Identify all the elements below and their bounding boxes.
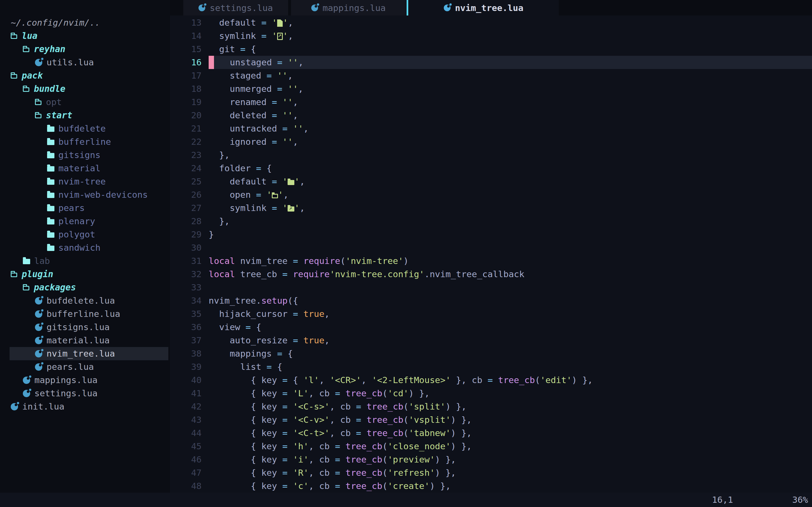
code-line-42[interactable]: 42 { key = '<C-s>', cb = tree_cb('split'… (170, 400, 812, 413)
tree-item-reyhan[interactable]: reyhan (0, 43, 170, 56)
tree-item-start[interactable]: start (0, 109, 170, 122)
code-line-46[interactable]: 46 { key = 'i', cb = tree_cb('preview') … (170, 453, 812, 466)
tree-item-sandwich[interactable]: sandwich (0, 241, 170, 255)
code-line-18[interactable]: 18 unmerged = '', (170, 82, 812, 96)
token-op: = (335, 454, 345, 464)
tree-item-bufdelete[interactable]: bufdelete (0, 122, 170, 135)
tree-item-material[interactable]: material (0, 162, 170, 175)
token-str: 'tabnew' (409, 428, 451, 438)
code-line-36[interactable]: 36 view = { (170, 321, 812, 334)
tree-item-utils.lua[interactable]: utils.lua (0, 56, 170, 69)
tree-item-bufferline.lua[interactable]: bufferline.lua (0, 307, 170, 321)
tree-item-plenary[interactable]: plenary (0, 215, 170, 228)
tree-item-nvim-tree[interactable]: nvim-tree (0, 175, 170, 188)
token-id: staged (209, 70, 266, 80)
tree-item-bufdelete.lua[interactable]: bufdelete.lua (0, 294, 170, 307)
tree-item-polygot[interactable]: polygot (0, 228, 170, 241)
tab-settings.lua[interactable]: settings.lua (183, 0, 288, 15)
code-line-13[interactable]: 13 default = '', (170, 16, 812, 29)
code-line-26[interactable]: 26 open = '', (170, 188, 812, 202)
code-line-41[interactable]: 41 { key = 'L', cb = tree_cb('cd') }, (170, 387, 812, 400)
code-line-31[interactable]: 31local nvim_tree = require('nvim-tree') (170, 255, 812, 268)
tree-item-lua[interactable]: lua (0, 29, 170, 43)
code-line-29[interactable]: 29} (170, 228, 812, 241)
editor-buffer[interactable]: 13 default = '',14 symlink = '',15 git =… (170, 15, 812, 493)
tab-mappings.lua[interactable]: mappings.lua (291, 0, 406, 15)
token-bool: true (303, 335, 324, 345)
code-line-16[interactable]: 16 unstaged = '', (170, 56, 812, 69)
token-pun: , (319, 375, 329, 385)
token-pun: ) }, (435, 467, 456, 478)
line-number: 26 (170, 188, 209, 202)
code-line-25[interactable]: 25 default = '', (170, 175, 812, 188)
token-pun: ({ (288, 295, 298, 305)
code-line-19[interactable]: 19 renamed = '', (170, 96, 812, 109)
code-line-39[interactable]: 39 list = { (170, 360, 812, 374)
code-line-35[interactable]: 35 hijack_cursor = true, (170, 307, 812, 321)
code-line-45[interactable]: 45 { key = 'h', cb = tree_cb('close_node… (170, 440, 812, 453)
tree-item-settings.lua[interactable]: settings.lua (0, 387, 170, 400)
code-line-15[interactable]: 15 git = { (170, 43, 812, 56)
closed-folder-icon (23, 259, 30, 264)
token-op: = (240, 44, 251, 54)
tab-nvim_tree.lua[interactable]: nvim_tree.lua (407, 0, 559, 15)
code-line-27[interactable]: 27 symlink = '', (170, 202, 812, 215)
code-line-33[interactable]: 33 (170, 281, 812, 294)
code-line-21[interactable]: 21 untracked = '', (170, 122, 812, 135)
tree-item-bufferline[interactable]: bufferline (0, 135, 170, 149)
tree-items: luareyhanutils.luapackbundleoptstartbufd… (0, 29, 170, 413)
token-pun: ( (382, 388, 388, 398)
code-line-20[interactable]: 20 deleted = '', (170, 109, 812, 122)
token-op: = (282, 481, 293, 491)
tree-item-label: gitsigns.lua (47, 321, 110, 334)
closed-folder-icon (47, 219, 54, 224)
code-line-37[interactable]: 37 auto_resize = true, (170, 334, 812, 347)
code-text: default = '', (209, 175, 812, 188)
code-text: renamed = '', (209, 96, 812, 109)
tree-item-plugin[interactable]: plugin (0, 268, 170, 281)
tree-item-opt[interactable]: opt (0, 96, 170, 109)
tree-item-label: plenary (58, 215, 95, 228)
code-line-34[interactable]: 34nvim_tree.setup({ (170, 294, 812, 307)
tree-item-pack[interactable]: pack (0, 69, 170, 82)
code-line-14[interactable]: 14 symlink = '', (170, 29, 812, 43)
code-line-32[interactable]: 32local tree_cb = require'nvim-tree.conf… (170, 268, 812, 281)
tree-item-label: mappings.lua (35, 374, 98, 387)
code-line-23[interactable]: 23 }, (170, 149, 812, 162)
token-op: = (356, 414, 366, 425)
token-op: = (293, 335, 303, 345)
code-line-28[interactable]: 28 }, (170, 215, 812, 228)
code-line-43[interactable]: 43 { key = '<C-v>', cb = tree_cb('vsplit… (170, 413, 812, 427)
cursor-position: 16,1 (712, 493, 733, 507)
tree-item-gitsigns.lua[interactable]: gitsigns.lua (0, 321, 170, 334)
tree-root-path[interactable]: ~/.config/nvim/.. (0, 16, 170, 29)
code-line-38[interactable]: 38 mappings = { (170, 347, 812, 360)
tree-item-nvim-web-devicons[interactable]: nvim-web-devicons (0, 188, 170, 202)
token-pun: ) }, (572, 375, 593, 385)
tree-item-init.lua[interactable]: init.lua (0, 400, 170, 413)
code-line-40[interactable]: 40 { key = { 'l', '<CR>', '<2-LeftMouse>… (170, 374, 812, 387)
tree-item-pears[interactable]: pears (0, 202, 170, 215)
token-pun: , (309, 467, 319, 478)
code-line-22[interactable]: 22 ignored = '', (170, 135, 812, 149)
tree-item-pears.lua[interactable]: pears.lua (0, 360, 170, 374)
token-pun: { (266, 163, 272, 173)
tree-item-packages[interactable]: packages (0, 281, 170, 294)
line-number: 47 (170, 466, 209, 480)
token-fn: tree_cb (345, 481, 382, 491)
code-line-30[interactable]: 30 (170, 241, 812, 255)
cursor (209, 56, 214, 69)
tree-item-bundle[interactable]: bundle (0, 82, 170, 96)
code-line-48[interactable]: 48 { key = 'c', cb = tree_cb('create') }… (170, 480, 812, 493)
code-line-17[interactable]: 17 staged = '', (170, 69, 812, 82)
tree-item-gitsigns[interactable]: gitsigns (0, 149, 170, 162)
code-line-44[interactable]: 44 { key = '<C-t>', cb = tree_cb('tabnew… (170, 427, 812, 440)
code-line-24[interactable]: 24 folder = { (170, 162, 812, 175)
tree-item-mappings.lua[interactable]: mappings.lua (0, 374, 170, 387)
tree-item-material.lua[interactable]: material.lua (0, 334, 170, 347)
lua-file-icon (199, 4, 205, 11)
code-line-47[interactable]: 47 { key = 'R', cb = tree_cb('refresh') … (170, 466, 812, 480)
tree-item-lab[interactable]: lab (0, 255, 170, 268)
tree-item-nvim_tree.lua[interactable]: nvim_tree.lua (0, 347, 170, 360)
tree-item-label: bufdelete (58, 122, 106, 135)
